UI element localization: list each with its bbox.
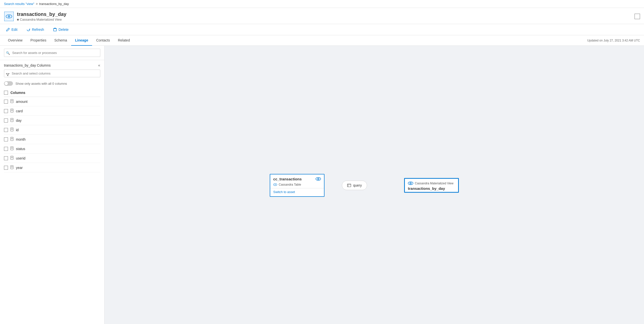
process-node[interactable]: query	[342, 181, 367, 190]
columns-list: Columns amount card	[0, 89, 104, 172]
columns-list-header: Columns	[4, 89, 100, 97]
main-layout: 🔍 transactions_by_day Columns «	[0, 46, 644, 324]
search-assets-input[interactable]	[4, 49, 100, 57]
column-icon-userid	[10, 156, 14, 161]
column-checkbox-amount[interactable]	[4, 100, 8, 104]
column-name-status: status	[16, 147, 25, 151]
switch-to-asset-link[interactable]: Switch to asset	[273, 190, 295, 194]
collapse-button[interactable]: «	[98, 63, 100, 68]
source-node-wrapper: cc_transactions Cassandra Table	[270, 174, 324, 197]
target-node-title: transactions_by_day	[408, 186, 454, 190]
tab-lineage[interactable]: Lineage	[71, 35, 92, 46]
column-checkbox-id[interactable]	[4, 128, 8, 132]
filter-icon	[6, 73, 10, 77]
tab-properties[interactable]: Properties	[26, 35, 50, 46]
tabs-updated: Updated on July 27, 2021 3:42 AM UTC	[587, 39, 640, 42]
delete-button[interactable]: Delete	[51, 27, 70, 32]
column-checkbox-card[interactable]	[4, 109, 8, 113]
tabs-bar: Overview Properties Schema Lineage Conta…	[0, 35, 644, 46]
column-item-id: id	[4, 125, 100, 135]
columns-search-wrapper	[0, 70, 104, 80]
column-icon-id	[10, 128, 14, 132]
process-icon	[347, 183, 351, 187]
column-item-year: year	[4, 163, 100, 172]
edit-icon	[6, 27, 10, 31]
column-checkbox-status[interactable]	[4, 147, 8, 151]
process-node-wrapper: query	[342, 181, 367, 190]
tab-contacts[interactable]: Contacts	[92, 35, 114, 46]
svg-rect-4	[54, 28, 56, 31]
toolbar: Edit Refresh Delete	[0, 24, 644, 35]
column-name-day: day	[16, 119, 22, 123]
tab-related[interactable]: Related	[114, 35, 134, 46]
target-cassandra-icon	[408, 181, 413, 185]
column-checkbox-userid[interactable]	[4, 156, 8, 160]
lineage-eye-icon	[316, 177, 321, 181]
column-name-amount: amount	[16, 100, 28, 104]
columns-panel-title: transactions_by_day Columns	[4, 63, 51, 67]
target-node-wrapper: Cassandra Materialized View transactions…	[404, 178, 459, 193]
columns-panel-header: transactions_by_day Columns «	[0, 60, 104, 70]
column-name-month: month	[16, 137, 26, 141]
column-item-status: status	[4, 144, 100, 154]
lineage-arrows	[104, 46, 644, 324]
cassandra-logo	[4, 11, 14, 21]
source-node-header: cc_transactions	[270, 174, 324, 183]
column-item-card: card	[4, 106, 100, 116]
breadcrumb-search-link[interactable]: Search results "view"	[4, 2, 34, 6]
columns-toggle[interactable]	[4, 81, 13, 86]
page-header: transactions_by_day ■ Cassandra Material…	[0, 8, 644, 24]
lineage-canvas: cc_transactions Cassandra Table	[104, 46, 644, 324]
tab-schema[interactable]: Schema	[50, 35, 71, 46]
column-item-month: month	[4, 135, 100, 144]
search-assets-section: 🔍	[0, 46, 104, 60]
column-icon-month	[10, 137, 14, 142]
svg-point-3	[8, 16, 10, 17]
search-assets-wrapper: 🔍	[4, 49, 100, 57]
column-icon-day	[10, 118, 14, 123]
column-icon-year	[10, 165, 14, 170]
search-assets-icon: 🔍	[6, 51, 10, 55]
svg-point-40	[410, 183, 411, 184]
column-checkbox-day[interactable]	[4, 119, 8, 123]
source-node[interactable]: cc_transactions Cassandra Table	[270, 174, 324, 197]
process-label: query	[353, 183, 362, 187]
columns-header-label: Columns	[10, 91, 26, 95]
column-item-day: day	[4, 116, 100, 125]
source-node-title: cc_transactions	[273, 177, 302, 181]
toggle-row: Show only assets with all 0 columns	[0, 80, 104, 89]
maximize-button[interactable]	[634, 14, 640, 19]
column-checkbox-month[interactable]	[4, 137, 8, 141]
column-icon-amount	[10, 99, 14, 104]
tab-overview[interactable]: Overview	[4, 35, 26, 46]
header-info: transactions_by_day ■ Cassandra Material…	[17, 11, 66, 21]
arrows-svg	[104, 46, 644, 324]
svg-rect-35	[348, 184, 351, 187]
columns-search-input[interactable]	[4, 70, 100, 77]
edit-button[interactable]: Edit	[4, 27, 20, 32]
column-icon-status	[10, 146, 14, 151]
svg-point-34	[275, 184, 276, 185]
cassandra-icon-small	[273, 183, 277, 187]
breadcrumb-separator: >	[36, 2, 38, 6]
target-node[interactable]: Cassandra Materialized View transactions…	[404, 178, 459, 193]
breadcrumb-current: transactions_by_day	[39, 2, 69, 6]
column-item-userid: userid	[4, 154, 100, 163]
table-icon: ■	[17, 18, 19, 21]
source-node-subtitle: Cassandra Table	[270, 183, 324, 188]
refresh-button[interactable]: Refresh	[24, 27, 46, 32]
svg-point-31	[318, 179, 319, 179]
select-all-checkbox[interactable]	[4, 91, 8, 95]
columns-panel: transactions_by_day Columns « Show only …	[0, 60, 104, 324]
column-name-userid: userid	[16, 156, 26, 160]
column-item-amount: amount	[4, 97, 100, 106]
target-node-header: Cassandra Materialized View transactions…	[405, 179, 458, 192]
toggle-label: Show only assets with all 0 columns	[16, 82, 67, 85]
refresh-icon	[26, 27, 30, 31]
column-icon-card	[10, 109, 14, 113]
page-subtitle: ■ Cassandra Materialized View	[17, 18, 66, 21]
column-checkbox-year[interactable]	[4, 166, 8, 170]
column-name-year: year	[16, 166, 23, 170]
target-node-subtitle: Cassandra Materialized View	[415, 182, 454, 185]
source-node-link: Switch to asset	[270, 188, 324, 196]
